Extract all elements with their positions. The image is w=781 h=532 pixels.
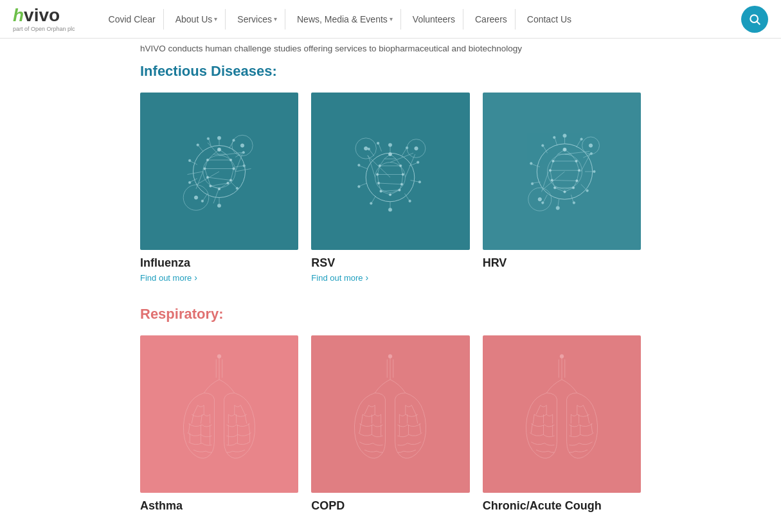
nav-item-services[interactable]: Services ▾ — [229, 9, 285, 30]
chevron-down-icon: ▾ — [274, 15, 277, 22]
svg-line-1 — [757, 21, 760, 24]
svg-point-184 — [564, 190, 566, 193]
svg-point-118 — [378, 182, 381, 184]
svg-line-42 — [205, 160, 208, 169]
svg-point-84 — [389, 143, 392, 146]
svg-line-143 — [555, 138, 557, 146]
svg-point-147 — [593, 170, 595, 173]
svg-line-163 — [576, 161, 579, 170]
svg-point-60 — [229, 179, 232, 181]
search-icon — [748, 13, 761, 26]
svg-line-46 — [208, 177, 211, 186]
main-content: Infectious Diseases: — [0, 63, 781, 515]
card-cough: Chronic/Acute Cough — [483, 335, 641, 515]
svg-line-44 — [205, 168, 208, 177]
svg-point-33 — [188, 159, 191, 162]
svg-point-210 — [217, 354, 221, 358]
svg-line-11 — [213, 188, 219, 203]
logo[interactable]: hvivo part of Open Orphan plc — [13, 6, 75, 32]
svg-line-136 — [581, 184, 587, 190]
nav-label-contact: Contact Us — [527, 14, 571, 24]
svg-point-250 — [560, 354, 564, 358]
logo-subtitle: part of Open Orphan plc — [13, 26, 75, 32]
nav-item-careers[interactable]: Careers — [467, 9, 516, 30]
card-copd-title: COPD — [311, 499, 469, 513]
svg-line-191 — [189, 423, 190, 432]
svg-line-43 — [231, 160, 234, 169]
svg-line-12 — [235, 168, 251, 172]
card-hrv: HRV — [483, 93, 641, 283]
svg-line-237 — [531, 423, 532, 432]
svg-point-180 — [575, 179, 578, 182]
find-more-label: Find out more — [311, 273, 363, 283]
logo-brand: vivo — [24, 5, 60, 25]
lungs-illustration-copd — [339, 350, 442, 479]
svg-point-182 — [572, 186, 575, 189]
svg-point-62 — [227, 182, 229, 184]
nav-item-news[interactable]: News, Media & Events ▾ — [289, 9, 401, 30]
svg-point-120 — [380, 190, 382, 193]
svg-point-230 — [389, 354, 393, 358]
card-hrv-title: HRV — [483, 256, 641, 270]
svg-point-175 — [552, 160, 555, 163]
svg-line-76 — [411, 180, 420, 182]
navbar: hvivo part of Open Orphan plc Covid Clea… — [0, 0, 781, 39]
card-rsv: RSV Find out more › — [311, 93, 469, 283]
nav-item-about[interactable]: About Us ▾ — [168, 9, 226, 30]
rsv-find-more-link[interactable]: Find out more › — [311, 272, 469, 283]
svg-point-155 — [553, 136, 555, 139]
svg-line-141 — [532, 164, 540, 166]
svg-point-32 — [188, 181, 191, 184]
svg-line-244 — [588, 414, 589, 423]
svg-line-69 — [390, 153, 413, 162]
nav-item-covid[interactable]: Covid Clear — [101, 9, 164, 30]
infectious-cards-grid: Influenza Find out more › — [140, 93, 641, 283]
svg-point-91 — [358, 185, 361, 188]
svg-point-35 — [207, 137, 210, 140]
svg-point-57 — [204, 167, 206, 170]
nav-item-volunteers[interactable]: Volunteers — [405, 9, 463, 30]
svg-point-122 — [389, 152, 392, 155]
svg-line-202 — [249, 423, 250, 432]
card-influenza-title: Influenza — [140, 256, 298, 270]
svg-point-37 — [194, 196, 197, 199]
svg-point-144 — [563, 134, 566, 137]
svg-point-63 — [217, 148, 220, 151]
svg-point-27 — [242, 151, 245, 154]
card-copd: COPD — [311, 335, 469, 515]
svg-line-197 — [240, 405, 245, 414]
card-copd-image — [311, 335, 469, 493]
nav-label-services: Services — [237, 14, 272, 24]
lungs-illustration-asthma — [168, 350, 271, 479]
influenza-find-more-link[interactable]: Find out more › — [140, 272, 298, 283]
svg-point-26 — [233, 139, 235, 141]
svg-line-83 — [379, 144, 382, 152]
svg-line-245 — [591, 423, 593, 432]
card-cough-image — [483, 335, 641, 493]
svg-point-25 — [217, 136, 220, 139]
nav-label-careers: Careers — [475, 14, 507, 24]
svg-line-15 — [229, 141, 233, 148]
svg-point-58 — [233, 167, 235, 170]
svg-point-94 — [377, 142, 380, 145]
svg-line-225 — [420, 423, 421, 432]
svg-point-31 — [201, 200, 204, 202]
svg-point-0 — [750, 15, 758, 22]
chevron-right-icon: › — [194, 272, 197, 283]
search-button[interactable] — [741, 6, 768, 33]
svg-line-48 — [211, 186, 220, 189]
find-more-label: Find out more — [140, 273, 192, 283]
svg-line-165 — [577, 170, 579, 181]
svg-point-87 — [419, 181, 422, 183]
svg-point-156 — [589, 144, 592, 147]
nav-item-contact[interactable]: Contact Us — [519, 9, 579, 30]
svg-point-148 — [586, 190, 589, 192]
svg-line-104 — [402, 174, 403, 184]
svg-line-201 — [245, 414, 247, 423]
card-cough-title: Chronic/Acute Cough — [483, 499, 641, 513]
svg-point-95 — [415, 146, 418, 150]
nav-links: Covid Clear About Us ▾ Services ▾ News, … — [101, 9, 741, 30]
nav-label-about: About Us — [175, 14, 213, 24]
svg-line-40 — [208, 177, 231, 181]
svg-line-22 — [190, 161, 197, 164]
